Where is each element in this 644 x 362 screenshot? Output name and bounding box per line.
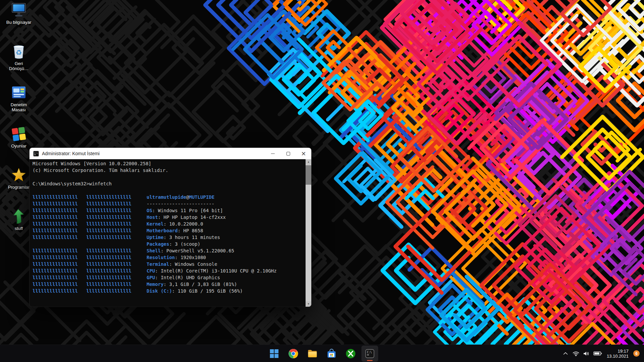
- taskbar-item-file-explorer[interactable]: [304, 346, 321, 362]
- winfetch-entry: llllllllllllllll llllllllllllllllCPU: In…: [33, 267, 305, 274]
- microsoft-store-icon: [327, 349, 336, 359]
- notification-badge[interactable]: 6: [633, 350, 640, 357]
- terminal-scrollbar[interactable]: ▲ ▼: [306, 159, 311, 307]
- window-titlebar[interactable]: C:\ Administrator: Komut İstemi ×: [30, 148, 311, 159]
- command-prompt-icon: C:\: [365, 349, 375, 358]
- tray-status-cluster[interactable]: [573, 351, 602, 356]
- recycle-symbol: ♻: [16, 49, 22, 56]
- start-button[interactable]: [266, 346, 283, 362]
- games-icon: [11, 126, 27, 142]
- close-button[interactable]: ×: [296, 148, 311, 159]
- terminal-prompt-line: C:\Windows\system32>winfetch: [33, 180, 305, 187]
- desktop-icon-control-panel[interactable]: Denetim Masası: [3, 84, 35, 122]
- terminal-output-line: (c) Microsoft Corporation. Tüm hakları s…: [33, 167, 305, 174]
- winfetch-entry: llllllllllllllll llllllllllllllllKernel:…: [33, 221, 305, 227]
- programs-star-icon: [11, 167, 27, 183]
- taskbar-item-xbox[interactable]: [342, 346, 359, 362]
- clock-time: 19:17: [618, 349, 629, 354]
- battery-icon: [593, 351, 602, 356]
- desktop-icon-this-pc[interactable]: Bu bilgisayar: [3, 2, 35, 40]
- scrollbar-up-icon[interactable]: ▲: [306, 159, 311, 165]
- desktop-icon-recycle-bin[interactable]: ♻ Geri Dönüşü…: [3, 43, 35, 81]
- system-tray: 19:17 13.10.2021 6: [563, 345, 644, 362]
- terminal-output: Microsoft Windows [Version 10.0.22000.25…: [33, 160, 305, 307]
- volume-icon: [583, 351, 589, 356]
- chrome-icon: [288, 349, 299, 359]
- recycle-bin-icon: ♻: [11, 43, 27, 59]
- winfetch-entry: llllllllllllllll llllllllllllllllResolut…: [33, 254, 305, 261]
- desktop-icon-label: Geri Dönüşü…: [9, 61, 29, 71]
- file-explorer-icon: [308, 349, 318, 358]
- scrollbar-down-icon[interactable]: ▼: [306, 301, 311, 307]
- tray-chevron-up-icon[interactable]: [563, 352, 568, 355]
- winfetch-entry: llllllllllllllll llllllllllllllllUptime:…: [33, 234, 305, 241]
- taskbar-item-store[interactable]: [323, 346, 340, 362]
- this-pc-icon: [11, 2, 27, 18]
- winfetch-user-host: llllllllllllllll llllllllllllllllultramu…: [33, 194, 305, 200]
- winfetch-entry: llllllllllllllll llllllllllllllllHost: H…: [33, 214, 305, 221]
- minimize-button[interactable]: [265, 148, 280, 159]
- taskbar: C:\: [0, 345, 644, 362]
- windows-logo-icon: [270, 349, 279, 358]
- winfetch-separator: llllllllllllllll llllllllllllllll-------…: [33, 200, 305, 207]
- winfetch-entry: llllllllllllllll llllllllllllllllMotherb…: [33, 227, 305, 234]
- desktop-icon-label: Oyunlar: [11, 143, 26, 148]
- maximize-button[interactable]: [280, 148, 296, 159]
- cmd-icon-text: C:\: [367, 351, 372, 354]
- winfetch-entry: llllllllllllllll llllllllllllllllOS: Win…: [33, 207, 305, 214]
- terminal-blank-line: [33, 187, 305, 194]
- control-panel-icon: [11, 84, 27, 101]
- minimize-icon: [271, 154, 275, 154]
- desktop-icon-label: Programlar: [8, 185, 30, 190]
- close-icon: ×: [301, 150, 306, 157]
- window-controls: ×: [265, 148, 311, 159]
- wifi-icon: [573, 351, 579, 356]
- active-app-indicator: [367, 360, 373, 361]
- taskbar-item-terminal[interactable]: C:\: [362, 346, 378, 362]
- terminal-body[interactable]: Microsoft Windows [Version 10.0.22000.25…: [30, 159, 311, 307]
- winfetch-entry: llllllllllllllll llllllllllllllllGPU: In…: [33, 274, 305, 281]
- window-title: Administrator: Komut İstemi: [42, 151, 100, 156]
- clock-date: 13.10.2021: [607, 354, 629, 359]
- scrollbar-thumb[interactable]: [306, 165, 311, 185]
- terminal-output-line: Microsoft Windows [Version 10.0.22000.25…: [33, 160, 305, 167]
- cmd-window-icon: C:\: [33, 151, 39, 157]
- desktop-icon-label: stuff: [15, 226, 23, 231]
- winfetch-entry: llllllllllllllll llllllllllllllllDisk (C…: [33, 288, 305, 294]
- taskbar-center-icons: C:\: [266, 345, 378, 362]
- terminal-window: C:\ Administrator: Komut İstemi × Micros…: [30, 148, 311, 307]
- cmd-icon-text: C:\: [34, 152, 38, 154]
- taskbar-clock[interactable]: 19:17 13.10.2021: [607, 349, 629, 359]
- winfetch-entry: llllllllllllllll llllllllllllllllPackage…: [33, 241, 305, 247]
- desktop-icon-label: Bu bilgisayar: [6, 20, 31, 25]
- winfetch-entry: llllllllllllllll llllllllllllllllTermina…: [33, 261, 305, 267]
- taskbar-item-chrome[interactable]: [285, 346, 302, 362]
- terminal-blank-line: [33, 174, 305, 180]
- winfetch-entry: llllllllllllllll llllllllllllllllShell: …: [33, 247, 305, 254]
- maximize-icon: [286, 152, 290, 156]
- winfetch-entry: llllllllllllllll llllllllllllllllMemory:…: [33, 281, 305, 288]
- green-arrow-icon: [11, 208, 27, 224]
- desktop-icon-label: Denetim Masası: [11, 102, 27, 112]
- desktop: Bu bilgisayar ♻ Geri Dönüşü…: [0, 0, 644, 362]
- terminal-blank-line: [33, 294, 305, 301]
- xbox-icon: [346, 349, 356, 359]
